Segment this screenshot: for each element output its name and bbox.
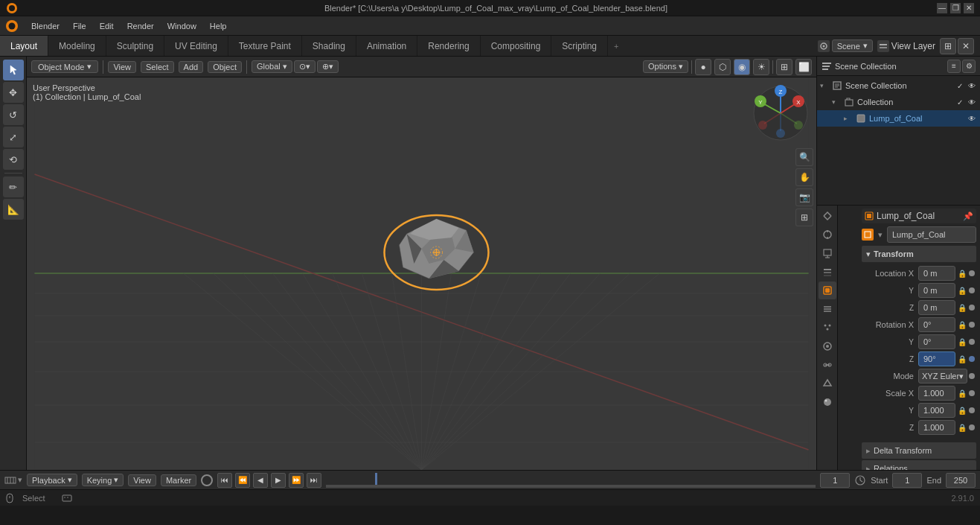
viewport[interactable]: Object Mode ▾ View Select Add Object Glo… [27, 57, 816, 470]
prop-tab-modifier[interactable] [819, 300, 836, 318]
rotate-tool-button[interactable]: ↺ [3, 104, 24, 125]
scene-collection-row[interactable]: ▾ Scene Collection ✓ 👁 [817, 77, 980, 94]
relations-header[interactable]: ▸ Relations [862, 460, 976, 470]
minimize-button[interactable]: — [937, 3, 947, 13]
keyframe-button[interactable] [201, 474, 213, 486]
scale-y-lock[interactable]: 🔒 [957, 405, 967, 416]
step-forward-button[interactable]: ⏩ [289, 473, 304, 488]
scale-tool-button[interactable]: ⤢ [3, 127, 24, 147]
jump-to-end-button[interactable]: ⏭ [307, 473, 321, 488]
prop-tab-data[interactable] [819, 375, 836, 392]
close-button[interactable]: ✕ [964, 3, 974, 13]
tab-scripting[interactable]: Scripting [551, 36, 608, 56]
prop-tab-output[interactable] [819, 244, 836, 262]
rotation-z-lock[interactable]: 🔒 [957, 354, 967, 364]
rotation-y-field[interactable]: 0° [918, 334, 955, 349]
scene-collection-check[interactable]: ✓ [955, 80, 965, 91]
rotation-mode-keyframe-dot[interactable] [969, 373, 975, 379]
tab-sculpting[interactable]: Sculpting [106, 36, 164, 56]
rotation-x-lock[interactable]: 🔒 [957, 319, 967, 330]
scale-z-field[interactable]: 1.000 [918, 420, 955, 435]
keying-button[interactable]: Keying ▾ [82, 474, 124, 486]
tab-layout[interactable]: Layout [0, 36, 48, 56]
rotation-mode-select[interactable]: XYZ Euler ▾ [918, 369, 967, 384]
prop-tab-scene[interactable] [819, 207, 836, 225]
collection-expand[interactable]: ▾ [832, 98, 841, 106]
menu-window[interactable]: Window [161, 20, 202, 32]
menu-help[interactable]: Help [204, 20, 233, 32]
view-button[interactable]: View [128, 474, 156, 486]
scene-collection-eye[interactable]: 👁 [967, 80, 977, 91]
location-x-field[interactable]: 0 m [918, 266, 955, 281]
annotate-tool-button[interactable]: ✏ [3, 176, 24, 197]
coal-eye[interactable]: 👁 [967, 113, 977, 124]
tab-rendering[interactable]: Rendering [417, 36, 480, 56]
current-frame-input[interactable]: 1 [820, 473, 850, 488]
rotation-y-lock[interactable]: 🔒 [957, 337, 967, 347]
scale-z-keyframe-dot[interactable] [969, 424, 975, 430]
menu-edit[interactable]: Edit [94, 20, 120, 32]
delta-transform-header[interactable]: ▸ Delta Transform [862, 442, 976, 459]
object-mode-selector[interactable]: Object Mode ▾ [31, 60, 98, 73]
prop-tab-particles[interactable] [819, 319, 836, 337]
tab-modeling[interactable]: Modeling [48, 36, 106, 56]
menu-blender[interactable]: Blender [25, 20, 65, 32]
close-editor-button[interactable]: ✕ [958, 38, 974, 54]
marker-button[interactable]: Marker [161, 474, 196, 486]
perspective-ortho-button[interactable]: ⊞ [795, 209, 813, 226]
add-tab-button[interactable]: + [608, 36, 624, 56]
prop-tab-view-layer[interactable] [819, 263, 836, 281]
pan-viewport-button[interactable]: ✋ [795, 168, 813, 186]
show-overlays-button[interactable]: ⊞ [776, 59, 792, 75]
view-menu-button[interactable]: View [108, 61, 136, 73]
search-viewport-button[interactable]: 🔍 [795, 148, 813, 166]
collection-check[interactable]: ✓ [955, 97, 965, 107]
editor-type-dropdown-icon[interactable]: ▾ [18, 475, 22, 485]
location-z-keyframe-dot[interactable] [969, 305, 975, 311]
timeline-scrollbar[interactable] [326, 485, 816, 488]
navigation-gizmo[interactable]: Z X Y [751, 83, 810, 143]
snap-button[interactable]: ⊙▾ [294, 60, 316, 73]
location-x-lock[interactable]: 🔒 [957, 268, 967, 279]
object-menu-button[interactable]: Object [208, 61, 242, 73]
coal-expand[interactable]: ▸ [844, 115, 853, 122]
location-x-keyframe-dot[interactable] [969, 270, 975, 276]
rotation-x-field[interactable]: 0° [918, 317, 955, 332]
prop-tab-render[interactable] [819, 226, 836, 244]
maximize-button[interactable]: ❐ [950, 3, 961, 13]
menu-render[interactable]: Render [121, 20, 160, 32]
location-y-lock[interactable]: 🔒 [957, 285, 967, 296]
options-button[interactable]: Options ▾ [643, 60, 688, 73]
timeline-scroll-area[interactable] [326, 473, 816, 488]
prop-tab-physics[interactable] [819, 337, 836, 355]
scale-x-keyframe-dot[interactable] [969, 390, 975, 396]
pin-button[interactable]: 📌 [963, 211, 973, 221]
viewport-shading-solid[interactable]: ● [695, 59, 711, 75]
scene-collection-expand[interactable]: ▾ [820, 82, 829, 89]
scale-z-lock[interactable]: 🔒 [957, 422, 967, 433]
rotation-x-keyframe-dot[interactable] [969, 322, 975, 328]
tab-uv-editing[interactable]: UV Editing [164, 36, 228, 56]
viewport-shading-render[interactable]: ☀ [753, 59, 769, 75]
playback-button[interactable]: Playback ▾ [27, 474, 77, 486]
end-frame-input[interactable]: 250 [946, 473, 976, 488]
location-y-field[interactable]: 0 m [918, 283, 955, 298]
move-tool-button[interactable]: ✥ [3, 82, 24, 103]
viewport-shading-wire[interactable]: ⬡ [714, 59, 731, 75]
scale-x-field[interactable]: 1.000 [918, 386, 955, 401]
play-reverse-button[interactable]: ◀ [253, 473, 268, 488]
outliner-settings-button[interactable]: ⚙ [962, 60, 976, 73]
viewport-shading-material[interactable]: ◉ [734, 59, 750, 75]
step-back-button[interactable]: ⏪ [235, 473, 250, 488]
select-menu-button[interactable]: Select [141, 61, 174, 73]
prop-tab-material[interactable] [819, 393, 836, 411]
location-z-lock[interactable]: 🔒 [957, 302, 967, 313]
play-button[interactable]: ▶ [271, 473, 286, 488]
fullscreen-button[interactable]: ⊞ [940, 38, 956, 54]
object-dropdown[interactable]: Lump_of_Coal [887, 226, 976, 243]
camera-view-button[interactable]: 📷 [795, 188, 813, 206]
location-z-field[interactable]: 0 m [918, 300, 955, 315]
lump-of-coal-row[interactable]: ▸ Lump_of_Coal 👁 [817, 110, 980, 127]
scale-y-field[interactable]: 1.000 [918, 403, 955, 418]
start-frame-input[interactable]: 1 [892, 473, 922, 488]
